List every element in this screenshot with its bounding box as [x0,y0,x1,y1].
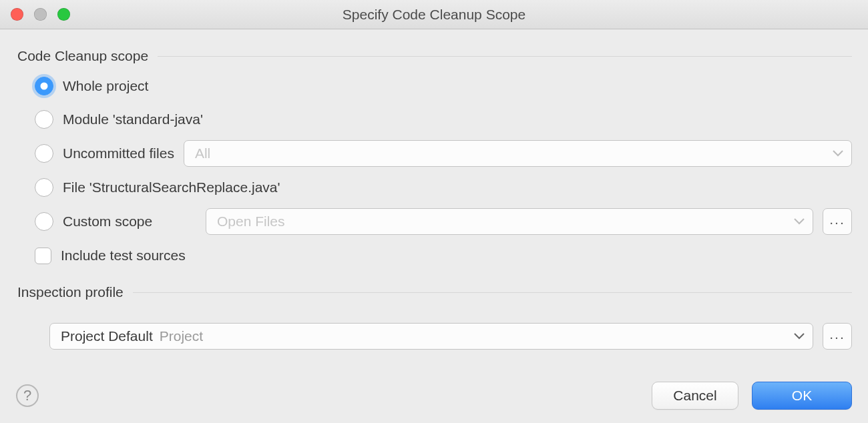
chevron-down-icon [833,150,843,157]
radio-label-custom: Custom scope [63,214,196,230]
inspection-profile-more-button[interactable]: ... [823,323,852,350]
ok-button-label: OK [792,388,812,404]
checkbox-row-include-tests[interactable]: Include test sources [35,243,852,268]
inspection-profile-combo[interactable]: Project Default Project [49,323,813,350]
radio-uncommitted[interactable] [35,144,53,163]
radio-row-custom[interactable]: Custom scope Open Files ... [35,208,852,235]
cancel-button[interactable]: Cancel [652,382,738,410]
divider [133,292,852,293]
radio-label-module: Module 'standard-java' [63,111,203,127]
radio-file[interactable] [35,178,53,197]
dialog-footer: ? Cancel OK [0,372,868,423]
minimize-icon [34,8,47,21]
inspection-section-label: Inspection profile [17,284,124,300]
radio-label-file: File 'StructuralSearchReplace.java' [63,179,280,195]
inspection-profile-row: Project Default Project ... [17,323,852,350]
radio-label-uncommitted: Uncommitted files [63,145,174,161]
uncommitted-combo-value: All [195,145,210,161]
dialog-content: Code Cleanup scope Whole project Module … [0,29,868,372]
radio-row-whole-project[interactable]: Whole project [35,73,852,99]
radio-whole-project[interactable] [35,77,53,95]
uncommitted-files-combo[interactable]: All [184,140,852,167]
scope-section-label: Code Cleanup scope [17,48,148,64]
scope-section-header: Code Cleanup scope [17,48,852,64]
divider [158,56,852,57]
dialog-window: Specify Code Cleanup Scope Code Cleanup … [0,0,868,423]
inspection-section-header: Inspection profile [17,284,852,300]
maximize-icon[interactable] [57,8,70,21]
window-title: Specify Code Cleanup Scope [0,7,868,23]
radio-label-whole-project: Whole project [63,78,148,94]
dialog-actions: Cancel OK [652,382,852,410]
help-icon: ? [23,387,31,404]
inspection-profile-scope: Project [160,328,203,344]
inspection-profile-name: Project Default [61,328,153,344]
ok-button[interactable]: OK [752,382,852,410]
radio-module[interactable] [35,110,53,129]
radio-row-module[interactable]: Module 'standard-java' [35,107,852,132]
close-icon[interactable] [11,8,23,21]
custom-scope-combo-value: Open Files [217,214,285,230]
help-button[interactable]: ? [16,384,39,407]
scope-options: Whole project Module 'standard-java' Unc… [17,73,852,268]
chevron-down-icon [794,218,805,225]
radio-row-file[interactable]: File 'StructuralSearchReplace.java' [35,175,852,200]
traffic-lights [0,8,70,21]
radio-custom-scope[interactable] [35,212,53,231]
custom-scope-combo[interactable]: Open Files [206,208,813,235]
custom-scope-more-button[interactable]: ... [823,208,852,235]
ellipsis-icon: ... [829,212,845,228]
radio-row-uncommitted[interactable]: Uncommitted files All [35,140,852,167]
titlebar: Specify Code Cleanup Scope [0,0,868,29]
cancel-button-label: Cancel [673,388,716,404]
ellipsis-icon: ... [829,326,845,342]
checkbox-label-include-tests: Include test sources [61,248,186,264]
checkbox-include-tests[interactable] [35,248,51,264]
chevron-down-icon [794,333,805,340]
